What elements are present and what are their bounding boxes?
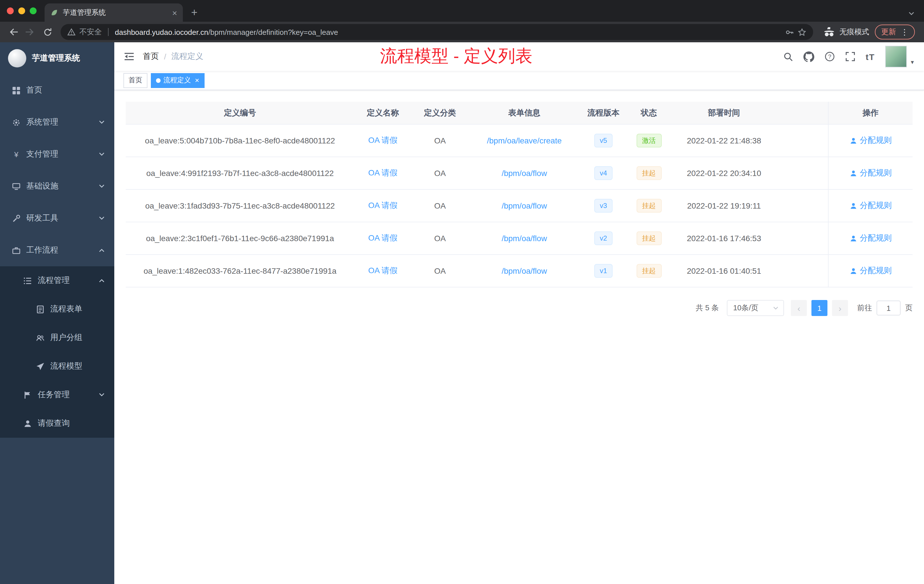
status-badge: 挂起	[636, 231, 662, 245]
definition-name-link[interactable]: OA 请假	[368, 233, 398, 243]
assign-rule-link[interactable]: 分配规则	[850, 201, 892, 211]
assign-rule-link[interactable]: 分配规则	[850, 168, 892, 178]
bookmark-star-icon[interactable]	[798, 28, 806, 36]
status-badge: 激活	[636, 134, 662, 147]
page-size-select[interactable]: 10条/页	[727, 300, 784, 316]
deploy-time: 2022-01-22 20:34:10	[671, 168, 777, 178]
form-icon	[35, 305, 45, 313]
assign-rule-link[interactable]: 分配规则	[850, 233, 892, 243]
goto-page: 前往 页	[857, 300, 912, 315]
sidebar-item-infrastructure[interactable]: 基础设施	[0, 170, 114, 202]
table-header-row: 定义编号定义名称定义分类表单信息流程版本状态部署时间操作	[126, 102, 912, 125]
column-header: 状态	[627, 108, 671, 118]
update-button[interactable]: 更新 ⋮	[875, 25, 915, 40]
assign-rule-link[interactable]: 分配规则	[850, 266, 892, 276]
definition-id: oa_leave:1:482ec033-762a-11ec-8477-a2380…	[126, 266, 354, 276]
version-badge: v3	[594, 199, 612, 213]
sidebar-logo[interactable]: 芋道管理系统	[0, 42, 114, 74]
definition-name-link[interactable]: OA 请假	[368, 168, 398, 178]
close-icon[interactable]: ×	[195, 77, 199, 84]
url-path: /bpm/manager/definition?key=oa_leave	[208, 28, 338, 36]
model-icon	[35, 362, 45, 371]
pager: ‹ 1 ›	[791, 300, 848, 316]
tag-label: 首页	[129, 76, 142, 85]
back-icon[interactable]	[5, 23, 22, 41]
breadcrumb-home[interactable]: 首页	[143, 51, 159, 62]
deploy-time: 2022-01-16 01:40:51	[671, 266, 777, 276]
sidebar-item-system[interactable]: 系统管理	[0, 106, 114, 138]
github-icon[interactable]	[804, 51, 814, 62]
form-link[interactable]: /bpm/oa/flow	[502, 168, 547, 178]
form-link[interactable]: /bpm/oa/leave/create	[487, 136, 562, 145]
page-1-button[interactable]: 1	[812, 300, 827, 316]
definition-category: OA	[411, 168, 469, 178]
assign-rule-link[interactable]: 分配规则	[850, 135, 892, 146]
reload-icon[interactable]	[39, 23, 56, 41]
sidebar-item-process-mgmt[interactable]: 流程管理	[0, 266, 114, 295]
zoom-window-button[interactable]	[30, 7, 36, 14]
new-tab-button[interactable]: +	[186, 5, 202, 21]
password-key-icon[interactable]	[785, 28, 794, 36]
sidebar-item-home[interactable]: 首页	[0, 74, 114, 106]
prev-page-button[interactable]: ‹	[791, 300, 807, 316]
sidebar-item-process-form[interactable]: 流程表单	[0, 295, 114, 323]
top-navbar: 首页 / 流程定义 流程模型 - 定义列表 ?	[114, 42, 924, 71]
user-menu[interactable]: ▼	[885, 46, 915, 68]
page-annotation: 流程模型 - 定义列表	[380, 45, 532, 68]
goto-page-input[interactable]	[876, 300, 901, 315]
forward-icon[interactable]	[22, 23, 39, 41]
search-icon[interactable]	[783, 51, 793, 62]
definition-name-link[interactable]: OA 请假	[368, 201, 398, 211]
sidebar-menu: 首页系统管理¥支付管理基础设施研发工具工作流程流程管理流程表单用户分组流程模型任…	[0, 74, 114, 438]
infra-icon	[12, 182, 21, 191]
form-link[interactable]: /bpm/oa/flow	[502, 201, 547, 210]
tagsview-tag-definition[interactable]: 流程定义×	[151, 73, 204, 88]
definition-category: OA	[411, 266, 469, 276]
sidebar-item-task-mgmt[interactable]: 任务管理	[0, 381, 114, 409]
chevron-up-icon	[98, 277, 105, 284]
chevron-down-icon	[98, 215, 105, 222]
sidebar-item-leave-query[interactable]: 请假查询	[0, 409, 114, 438]
form-link[interactable]: /bpm/oa/flow	[502, 266, 547, 276]
tab-search-chevron-icon[interactable]	[908, 10, 915, 17]
sidebar-item-payment[interactable]: ¥支付管理	[0, 138, 114, 170]
browser-menu-icon[interactable]: ⋮	[901, 27, 909, 36]
sidebar-item-process-model[interactable]: 流程模型	[0, 352, 114, 381]
sidebar-fold-icon[interactable]	[124, 51, 135, 62]
tagsview-tag-home[interactable]: 首页	[124, 73, 147, 88]
column-header: 定义分类	[411, 108, 469, 118]
main-area: 首页 / 流程定义 流程模型 - 定义列表 ?	[114, 42, 924, 584]
breadcrumb: 首页 / 流程定义	[143, 51, 203, 62]
chevron-down-icon	[98, 151, 105, 158]
fullscreen-icon[interactable]	[845, 51, 855, 62]
definition-name-link[interactable]: OA 请假	[368, 266, 398, 276]
definition-id: oa_leave:4:991f2193-7b7f-11ec-a3c8-acde4…	[126, 168, 354, 178]
sidebar-item-devtools[interactable]: 研发工具	[0, 202, 114, 234]
tab-close-icon[interactable]: ×	[172, 8, 177, 17]
help-icon[interactable]: ?	[825, 51, 835, 62]
process-icon	[23, 276, 32, 285]
avatar[interactable]	[885, 46, 907, 68]
definition-name-link[interactable]: OA 请假	[368, 135, 398, 146]
yen-icon: ¥	[12, 150, 21, 158]
user-icon	[850, 267, 857, 275]
page-content: 定义编号定义名称定义分类表单信息流程版本状态部署时间操作 oa_leave:5:…	[114, 90, 924, 584]
address-bar[interactable]: 不安全 dashboard.yudao.iocoder.cn/bpm/manag…	[61, 24, 813, 40]
minimize-window-button[interactable]	[18, 7, 25, 14]
font-size-icon[interactable]: tT	[866, 52, 875, 61]
update-label: 更新	[881, 27, 896, 37]
version-badge: v1	[594, 264, 612, 278]
sidebar-item-label: 工作流程	[26, 245, 58, 256]
sidebar-item-user-group[interactable]: 用户分组	[0, 323, 114, 352]
close-window-button[interactable]	[7, 7, 14, 14]
app-title: 芋道管理系统	[32, 53, 80, 63]
browser-tab[interactable]: 芋道管理系统 ×	[45, 3, 183, 22]
security-label[interactable]: 不安全	[79, 27, 102, 37]
warning-icon	[68, 28, 76, 36]
user-icon	[850, 137, 857, 144]
svg-text:¥: ¥	[14, 150, 18, 158]
form-link[interactable]: /bpm/oa/flow	[502, 234, 547, 243]
next-page-button[interactable]: ›	[832, 300, 848, 316]
sidebar-item-workflow[interactable]: 工作流程	[0, 234, 114, 266]
sidebar-item-label: 系统管理	[26, 117, 58, 127]
